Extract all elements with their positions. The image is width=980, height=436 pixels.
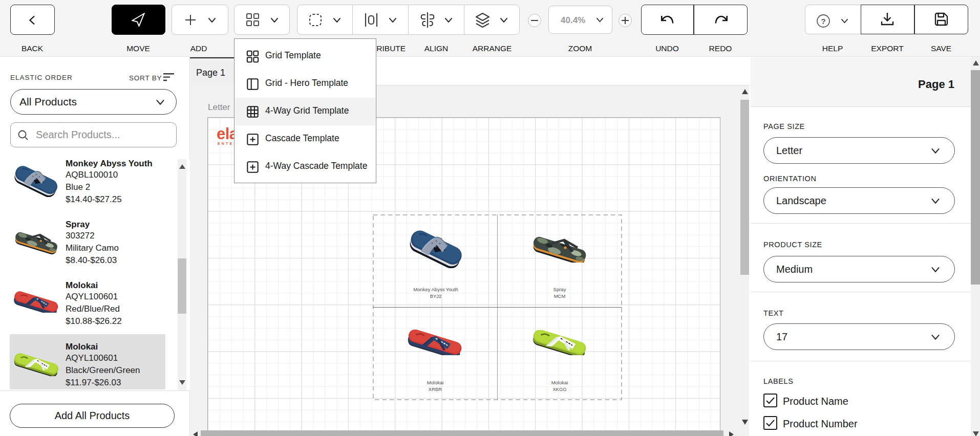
svg-text:?: ?	[821, 17, 825, 26]
